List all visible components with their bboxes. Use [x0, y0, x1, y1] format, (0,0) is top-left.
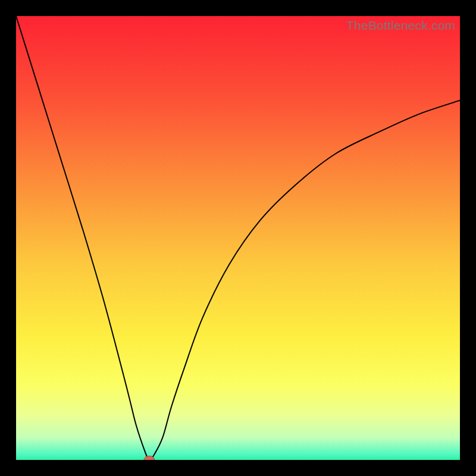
watermark-text: TheBottleneck.com — [346, 18, 455, 33]
bottleneck-curve — [16, 16, 460, 460]
chart-frame: TheBottleneck.com — [0, 0, 476, 476]
curve-layer — [16, 16, 460, 460]
plot-area: TheBottleneck.com — [16, 16, 460, 460]
